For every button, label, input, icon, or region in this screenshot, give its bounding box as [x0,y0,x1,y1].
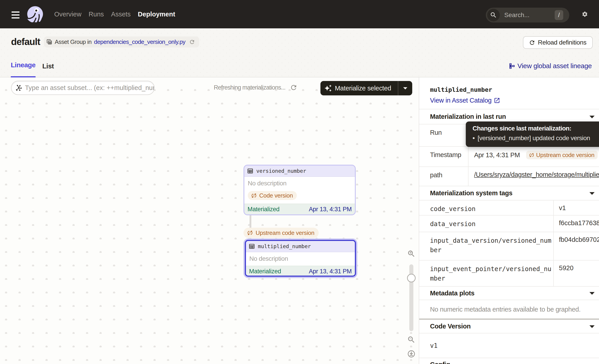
materialize-selected-button[interactable]: Materialize selected [320,81,412,95]
zoom-out-icon[interactable] [407,335,416,344]
chip-refresh-icon[interactable] [189,39,195,45]
menu-icon[interactable] [11,11,20,18]
reload-icon [529,39,535,46]
tooltip-title: Changes since last materialization: [473,125,599,132]
search-icon [487,9,500,21]
tag-value: fb04dcb69702ce48e8f6a3c9d4f7b2a1 [554,232,599,260]
path-label: path [419,167,468,186]
view-in-asset-catalog-label: View in Asset Catalog [430,97,492,104]
asset-group-chip: Asset Group in dependencies_code_version… [44,36,199,47]
code-version-tag: Code version [248,191,297,200]
search-shortcut-badge: / [555,10,563,20]
code-version-tag-label: Code version [259,192,293,199]
page-header: default Asset Group in dependencies_code… [0,28,599,77]
system-tag-row: input_data_version/versioned_number fb04… [419,232,599,260]
asset-detail-sidebar: multiplied_number View in Asset Catalog … [419,77,599,364]
materialize-dropdown-caret[interactable] [398,85,412,91]
op-selector-icon [15,84,22,92]
changes-tooltip: Changes since last materialization: • [v… [466,121,599,147]
tooltip-item-text: [versioned_number] updated code version [478,135,590,142]
asset-group-file-link[interactable]: dependencies_code_version_only.py [94,38,185,45]
upstream-code-version-label: Upstream code version [256,229,314,236]
search-input[interactable]: Search... / [486,8,569,23]
reload-definitions-button[interactable]: Reload definitions [523,36,593,49]
external-link-icon [494,97,500,104]
refreshing-label: Refreshing materializations... [214,84,285,91]
asset-group-icon [46,39,52,45]
page-title: default [11,36,40,47]
system-tag-row: input_event_pointer/versioned_number 592… [419,260,599,286]
download-icon[interactable] [407,350,416,358]
nav-item-assets[interactable]: Assets [111,11,131,18]
timestamp-label: Timestamp [419,147,468,166]
section-label: Metadata plots [430,290,474,297]
table-icon [249,243,255,250]
search-placeholder: Search... [504,11,555,19]
tag-value: 5920 [554,260,599,286]
materialize-selected-label: Materialize selected [335,85,391,92]
settings-gear-icon[interactable] [582,11,588,17]
tabs: Lineage List View global asset lineage [0,62,599,77]
asset-graph-canvas[interactable]: Type an asset subset... (ex: ++multiplie… [0,77,419,364]
section-label: Code Version [430,323,471,330]
section-code-version[interactable]: Code Version [419,320,599,333]
asset-group-label: Asset Group in [55,38,92,45]
changed-icon [247,230,253,236]
tag-value: f6ccba177638e4ecc1f7ee0c5e4a8b9d [554,216,599,232]
changed-icon [529,152,534,158]
timestamp-row: Timestamp Apr 13, 4:31 PM Upstream code … [419,146,599,166]
section-metadata-plots[interactable]: Metadata plots [419,286,599,300]
table-icon [247,168,253,174]
refreshing-status: Refreshing materializations... [214,84,298,91]
tag-value: v1 [554,200,599,215]
nav-item-runs[interactable]: Runs [89,11,104,18]
view-global-asset-lineage-label: View global asset lineage [517,62,592,70]
nav-links: Overview Runs Assets Deployment [54,11,175,18]
path-row: path /Users/sryza/dagster_home/storage/m… [419,166,599,186]
system-tag-row: code_version v1 [419,200,599,215]
section-label: Materialization in last run [430,113,506,120]
asset-subset-placeholder: Type an asset subset... (ex: ++multiplie… [25,84,154,92]
tab-lineage[interactable]: Lineage [11,61,35,77]
tag-key: code_version [419,200,554,215]
zoom-in-icon[interactable] [407,250,416,258]
sparkles-icon [324,84,332,92]
node-title: multiplied_number [258,243,311,249]
path-value-link[interactable]: /Users/sryza/dagster_home/storage/multip… [474,171,599,178]
reload-definitions-label: Reload definitions [538,39,586,46]
section-materialization-system-tags[interactable]: Materialization system tags [419,186,599,200]
upstream-code-version-tag: Upstream code version [244,228,319,238]
node-timestamp: Apr 13, 4:31 PM [309,206,352,213]
zoom-slider-handle[interactable] [407,274,416,282]
section-label: Config [430,361,450,364]
top-nav: Overview Runs Assets Deployment Search..… [0,0,599,28]
run-label: Run [419,124,468,146]
asset-node-multiplied-number[interactable]: multiplied_number No description Materia… [245,240,356,277]
caret-down-icon [589,290,595,296]
asset-subset-input[interactable]: Type an asset subset... (ex: ++multiplie… [11,81,155,95]
section-config[interactable]: Config [419,358,599,364]
tag-key: input_event_pointer/versioned_number [419,260,554,286]
sidebar-asset-title: multiplied_number [430,86,599,93]
nav-item-deployment[interactable]: Deployment [138,11,175,18]
caret-down-icon [589,113,595,120]
nav-item-overview[interactable]: Overview [54,11,81,18]
node-description: No description [249,255,352,262]
metadata-plots-empty: No numeric metadata entries available to… [419,300,599,319]
dagster-logo-icon[interactable] [27,6,43,22]
view-in-asset-catalog-link[interactable]: View in Asset Catalog [430,97,500,104]
code-version-value: v1 [419,333,599,358]
refresh-icon[interactable] [290,84,298,91]
caret-down-icon [589,190,595,197]
system-tag-row: data_version f6ccba177638e4ecc1f7ee0c5e4… [419,215,599,232]
node-title: versioned_number [256,168,306,174]
view-global-asset-lineage-link[interactable]: View global asset lineage [509,62,592,70]
timestamp-value: Apr 13, 4:31 PM [474,151,520,159]
lineage-icon [509,63,515,69]
tab-list[interactable]: List [42,62,54,77]
upstream-code-version-badge: Upstream code version [526,151,598,159]
section-label: Materialization system tags [430,190,512,197]
node-status: Materialized [247,206,280,213]
caret-down-icon [589,323,595,330]
asset-node-versioned-number[interactable]: versioned_number No description Code ver… [244,165,356,215]
